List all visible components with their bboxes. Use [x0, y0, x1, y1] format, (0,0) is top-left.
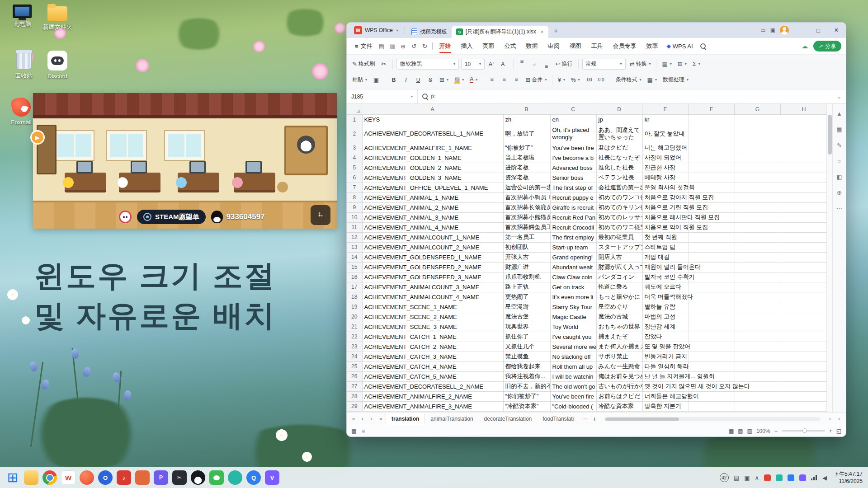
menu-item-9[interactable]: 会员专享	[608, 38, 642, 54]
add-sheet-button[interactable]: +	[590, 415, 599, 422]
horizontal-scroll-thumb[interactable]	[605, 418, 679, 421]
cell[interactable]: ACHIEVEMENT_GOLDEN_2_NAME	[362, 163, 503, 173]
sheet-tab-translation[interactable]: translation	[386, 413, 425, 425]
cell[interactable]: I've become a b	[550, 153, 596, 163]
decrease-decimal-button[interactable]: 0.0	[596, 74, 606, 86]
cell[interactable]: 路上正轨	[503, 282, 550, 292]
font-family-select[interactable]: 微软雅黑▾	[396, 59, 459, 70]
preview-icon[interactable]: ⊕	[398, 43, 409, 50]
cell[interactable]: 俺はお前を見つめ	[596, 371, 642, 381]
tray-app-teal-icon[interactable]	[776, 474, 783, 481]
status-macro-icon[interactable]: ≡	[362, 428, 365, 434]
menu-item-5[interactable]: 数据	[521, 38, 543, 54]
cell[interactable]: I will be watchin	[550, 371, 596, 381]
first-sheet-icon[interactable]: «	[349, 416, 358, 422]
network-icon[interactable]	[811, 475, 817, 480]
cell[interactable]: 베테랑 사장	[642, 173, 689, 183]
increase-decimal-button[interactable]: .00	[584, 74, 594, 86]
copy-button[interactable]: ▣	[371, 74, 381, 86]
paste-button[interactable]: 粘贴▾	[350, 74, 369, 86]
cell[interactable]: 又抓住几个	[503, 342, 550, 352]
cell[interactable]: Giraffe is recruit	[550, 202, 596, 212]
cell[interactable]	[781, 115, 826, 125]
taskbar-icon-wps-office[interactable]	[61, 470, 75, 485]
zoom-formula-icon[interactable]	[422, 94, 428, 99]
align-top-button[interactable]: ≡	[517, 58, 527, 70]
cell[interactable]: 抓住你了	[503, 332, 550, 342]
cell[interactable]: ACHIEVEMENT_ANIMALCOUNT_4_NAME	[362, 292, 503, 302]
cell[interactable]	[735, 361, 781, 371]
more-sheets-icon[interactable]: ⋯	[580, 416, 589, 422]
cell[interactable]	[781, 312, 826, 322]
cell[interactable]: 更热闹了	[503, 292, 550, 302]
cell[interactable]: 星空漫游	[503, 302, 550, 312]
row-number[interactable]: 7	[347, 183, 362, 192]
cell[interactable]: 星空めぐり	[596, 302, 642, 312]
cell[interactable]: Oh, it's placed wrongly	[550, 125, 596, 143]
cell[interactable]: ACHIEVEMENT_ANIMAL_2_NAME	[362, 202, 503, 212]
increase-font-button[interactable]: A⁺	[487, 58, 497, 70]
cell[interactable]: 처음으로 레서판다 직원 모집	[642, 212, 689, 222]
decrease-font-button[interactable]: A⁻	[499, 58, 509, 70]
cell[interactable]: スタートアップチ	[596, 242, 642, 252]
cell[interactable]: 장난감 세계	[642, 322, 689, 332]
cell[interactable]: ACHIEVEMENT_ANIMALCOUNT_1_NAME	[362, 232, 503, 242]
cell[interactable]: ACHIEVEMENT_DECORATESELL_1_NAME	[362, 125, 503, 143]
conditional-format-button[interactable]: 条件格式▾	[614, 74, 643, 86]
print-icon[interactable]: ▥	[387, 43, 398, 50]
undo-icon[interactable]: ↺	[409, 43, 420, 50]
column-header-B[interactable]: B	[503, 104, 550, 114]
cell[interactable]: 冷酷な資本家	[596, 401, 642, 411]
cell[interactable]: 옛 것이 가지 않으면 새 것이 오지 않는다	[642, 381, 689, 391]
column-header-D[interactable]: D	[596, 104, 642, 114]
cell[interactable]: 궤도에 오르다	[642, 282, 689, 292]
menu-item-10[interactable]: 效率	[642, 38, 663, 54]
cell[interactable]	[735, 391, 781, 401]
row-number[interactable]: 25	[347, 361, 362, 371]
row-number[interactable]: 1	[347, 115, 362, 125]
cell[interactable]: 더욱 떠들썩해졌다	[642, 292, 689, 302]
cell[interactable]	[781, 125, 826, 143]
protect-icon[interactable]: ▣	[770, 27, 775, 33]
data-process-button[interactable]: 数据处理▾	[661, 74, 690, 86]
cell[interactable]: ACHIEVEMENT_CATCH_1_NAME	[362, 332, 503, 342]
cell[interactable]: ACHIEVEMENT_GOLDEN_1_NAME	[362, 153, 503, 163]
cell[interactable]: 开张大吉	[503, 252, 550, 262]
cell[interactable]: Recruit puppy e	[550, 192, 596, 202]
add-panel-icon[interactable]: ⊕	[837, 189, 842, 196]
cell[interactable]	[781, 143, 826, 153]
cell[interactable]: 当上老板啦	[503, 153, 550, 163]
workbook-tab[interactable]: S [只读]所有翻译导出(1)(1).xlsx ×	[452, 26, 548, 38]
cell[interactable]: 너는 해고당했어	[642, 143, 689, 153]
table-style-icon[interactable]: ▦▾	[660, 58, 673, 70]
cell[interactable]: 처음으로 악어 직원 모집	[642, 222, 689, 232]
cell[interactable]: ACHIEVEMENT_ANIMALFIRE_1_NAME	[362, 143, 503, 153]
user-avatar[interactable]	[780, 26, 789, 35]
cell[interactable]: 初めてのレッサー	[596, 212, 642, 222]
row-number[interactable]: 17	[347, 282, 362, 292]
cell[interactable]: ACHIEVEMENT_CATCH_4_NAME	[362, 361, 503, 371]
split-view-icon[interactable]: ◧	[836, 174, 842, 180]
cell[interactable]	[781, 401, 826, 411]
row-number[interactable]: 15	[347, 262, 362, 272]
cell[interactable]	[689, 302, 735, 312]
align-center-button[interactable]: ≡	[499, 74, 509, 86]
cell[interactable]: 首次招募小熊猫员工	[503, 212, 550, 222]
taskbar-icon-app-black[interactable]	[172, 470, 187, 485]
menu-item-8[interactable]: 工具	[586, 38, 608, 54]
cell[interactable]: Advanced boss	[550, 163, 596, 173]
cell[interactable]: 난 널 늘 지켜볼게... 영원히	[642, 371, 689, 381]
sheet-tab-foodTranslati[interactable]: foodTranslati	[537, 413, 579, 425]
status-grid-icon[interactable]: ▦	[351, 428, 356, 434]
cell[interactable]: 捕まえたぞ	[596, 332, 642, 342]
cell[interactable]: ACHIEVEMENT_ANIMALCOUNT_3_NAME	[362, 282, 503, 292]
rows-columns-icon[interactable]: ⊞▾	[676, 58, 689, 70]
row-number[interactable]: 14	[347, 252, 362, 262]
cell[interactable]: 都给我卷起来	[503, 361, 550, 371]
row-number[interactable]: 8	[347, 192, 362, 202]
cell[interactable]	[735, 242, 781, 252]
taskbar-icon-wechat[interactable]	[209, 470, 224, 485]
menu-item-6[interactable]: 审阅	[543, 38, 565, 54]
cell[interactable]	[781, 262, 826, 272]
cell[interactable]	[689, 143, 735, 153]
